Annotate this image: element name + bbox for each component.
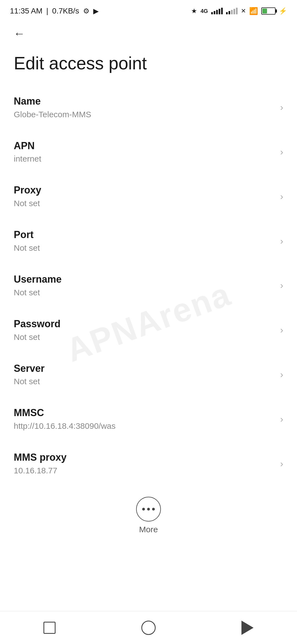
settings-item-label-6: Server [14, 362, 275, 375]
chevron-right-icon-0: › [280, 102, 283, 113]
settings-item-content-8: MMS proxy10.16.18.77 [14, 451, 275, 476]
settings-item-value-3: Not set [14, 242, 275, 253]
nav-back-button[interactable] [231, 617, 264, 639]
status-left: 11:35 AM | 0.7KB/s ⚙ ▶ [10, 7, 99, 15]
settings-item-mms-proxy[interactable]: MMS proxy10.16.18.77› [0, 441, 297, 486]
more-label: More [139, 525, 158, 534]
settings-item-label-7: MMSC [14, 406, 275, 419]
bottom-nav-bar [0, 611, 297, 644]
settings-item-label-8: MMS proxy [14, 451, 275, 464]
settings-item-mmsc[interactable]: MMSChttp://10.16.18.4:38090/was› [0, 397, 297, 441]
settings-item-password[interactable]: PasswordNot set› [0, 308, 297, 352]
no-signal-icon: ✕ [241, 7, 246, 15]
settings-item-label-1: APN [14, 140, 275, 152]
nav-home-button[interactable] [132, 617, 165, 639]
battery-fill [262, 9, 267, 13]
settings-item-content-4: UsernameNot set [14, 273, 275, 298]
signal-bars-1 [211, 8, 223, 14]
settings-item-value-8: 10.16.18.77 [14, 465, 275, 476]
chevron-right-icon-6: › [280, 369, 283, 380]
settings-item-value-0: Globe-Telecom-MMS [14, 109, 275, 120]
settings-item-label-0: Name [14, 95, 275, 108]
chevron-right-icon-4: › [280, 280, 283, 291]
settings-item-content-6: ServerNot set [14, 362, 275, 387]
back-nav-icon [241, 621, 254, 635]
bluetooth-icon: ★ [191, 7, 197, 15]
settings-item-label-4: Username [14, 273, 275, 286]
settings-item-content-0: NameGlobe-Telecom-MMS [14, 95, 275, 120]
settings-item-label-2: Proxy [14, 184, 275, 197]
network-speed: 0.7KB/s [52, 7, 79, 15]
settings-item-apn[interactable]: APNinternet› [0, 130, 297, 174]
top-nav: ← [0, 20, 297, 45]
signal-bars-2 [226, 8, 238, 14]
chevron-right-icon-3: › [280, 236, 283, 246]
gear-icon: ⚙ [83, 7, 89, 15]
settings-item-value-6: Not set [14, 376, 275, 387]
settings-item-value-7: http://10.16.18.4:38090/was [14, 421, 275, 431]
recent-apps-icon [43, 622, 56, 634]
battery-indicator [261, 7, 276, 15]
speed-display: | [46, 7, 48, 15]
settings-item-value-4: Not set [14, 287, 275, 298]
settings-item-proxy[interactable]: ProxyNot set› [0, 174, 297, 219]
settings-item-value-5: Not set [14, 332, 275, 342]
settings-item-content-5: PasswordNot set [14, 318, 275, 342]
settings-item-value-1: internet [14, 153, 275, 164]
settings-item-content-1: APNinternet [14, 140, 275, 164]
more-dot-3 [152, 508, 155, 511]
wifi-icon: 📶 [249, 7, 258, 15]
back-arrow-icon: ← [13, 27, 25, 40]
settings-item-value-2: Not set [14, 198, 275, 209]
battery-box [261, 7, 276, 15]
more-section: More [0, 489, 297, 545]
status-bar: 11:35 AM | 0.7KB/s ⚙ ▶ ★ 4G ✕ 📶 [0, 0, 297, 20]
page-title: Edit access point [0, 45, 297, 85]
settings-item-content-2: ProxyNot set [14, 184, 275, 209]
chevron-right-icon-2: › [280, 191, 283, 202]
more-button[interactable] [136, 497, 161, 522]
chevron-right-icon-8: › [280, 458, 283, 469]
chevron-right-icon-1: › [280, 146, 283, 157]
settings-item-label-3: Port [14, 228, 275, 241]
home-icon [141, 621, 156, 635]
settings-item-port[interactable]: PortNot set› [0, 219, 297, 263]
settings-item-server[interactable]: ServerNot set› [0, 352, 297, 397]
nav-recent-apps-button[interactable] [33, 617, 66, 639]
time-display: 11:35 AM [10, 7, 42, 15]
settings-item-name[interactable]: NameGlobe-Telecom-MMS› [0, 85, 297, 130]
settings-item-label-5: Password [14, 318, 275, 331]
video-icon: ▶ [93, 7, 99, 15]
settings-item-content-3: PortNot set [14, 228, 275, 253]
settings-list: NameGlobe-Telecom-MMS›APNinternet›ProxyN… [0, 85, 297, 486]
more-dot-2 [147, 508, 150, 511]
more-dot-1 [142, 508, 145, 511]
settings-item-username[interactable]: UsernameNot set› [0, 263, 297, 308]
settings-item-content-7: MMSChttp://10.16.18.4:38090/was [14, 406, 275, 431]
back-button[interactable]: ← [11, 25, 28, 42]
charging-icon: ⚡ [279, 7, 287, 15]
chevron-right-icon-5: › [280, 324, 283, 335]
chevron-right-icon-7: › [280, 414, 283, 424]
status-right: ★ 4G ✕ 📶 ⚡ [191, 7, 287, 15]
network-badge: 4G [200, 8, 208, 14]
